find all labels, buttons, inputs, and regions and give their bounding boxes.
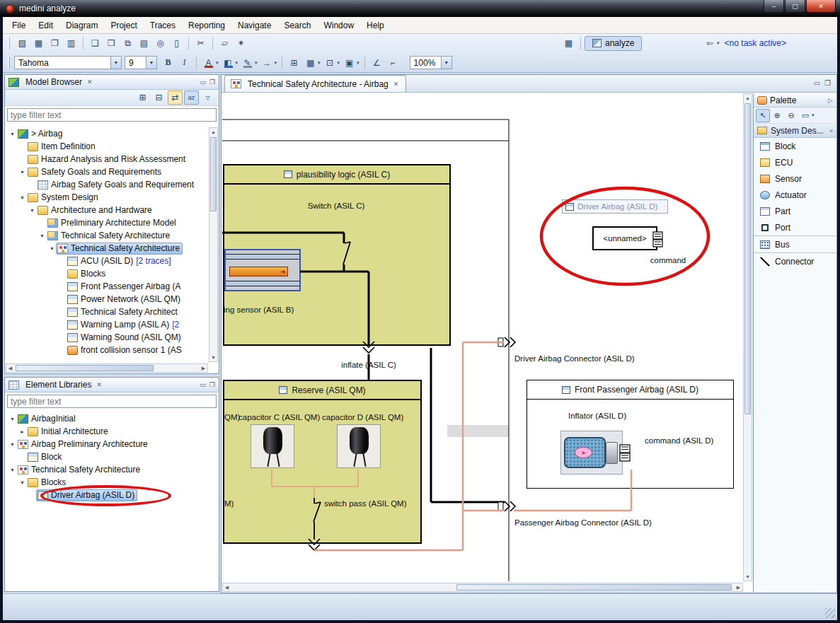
fill-color-dropdown-icon[interactable]: ▾ [236, 60, 238, 66]
palette-item-port[interactable]: Port [754, 219, 836, 235]
el-tree-item-driver-airbag-asil-d[interactable]: Driver Airbag (ASIL D) [6, 489, 217, 501]
collapse-arrow-icon[interactable]: ▾ [8, 416, 16, 422]
palette-item-actuator[interactable]: Actuator [754, 187, 836, 203]
minimize-button[interactable]: – [764, 0, 784, 13]
mb-tree-item-warning-sound-asil-qm[interactable]: Warning Sound (ASIL QM) [6, 331, 208, 344]
maximize-view-icon[interactable]: ❐ [209, 78, 215, 86]
close-view-icon[interactable]: ✕ [86, 78, 94, 86]
menu-file[interactable]: File [6, 18, 32, 33]
menu-diagram[interactable]: Diagram [59, 18, 104, 33]
palette-drawer-system-design[interactable]: System Des... « [754, 124, 836, 138]
expand-all-icon[interactable]: ⊞ [135, 91, 150, 105]
menu-reporting[interactable]: Reporting [182, 18, 231, 33]
connection-oblique-icon[interactable]: ∠ [369, 56, 384, 70]
scroll-right-icon[interactable]: ▶ [735, 583, 742, 591]
model-browser-horizontal-scrollbar[interactable]: ◀ ▶ [6, 363, 208, 373]
model-browser-vertical-scrollbar[interactable]: ▲ ▼ [209, 127, 218, 362]
palette-item-sensor[interactable]: Sensor [754, 170, 836, 187]
close-tab-icon[interactable]: ✕ [392, 81, 401, 88]
crash-sensor-image[interactable]: ➔ [224, 249, 301, 291]
export-report-icon[interactable]: ▥ [64, 36, 79, 50]
maximize-view-icon[interactable]: ❐ [209, 381, 215, 388]
open-perspective-icon[interactable]: ▦ [561, 36, 576, 50]
zoom-in-tool-icon[interactable]: ⊕ [770, 109, 784, 122]
comment-add-icon[interactable]: ❒ [104, 36, 119, 50]
maximize-editor-icon[interactable]: ❐ [824, 79, 831, 87]
scrollbar-thumb[interactable] [456, 584, 732, 590]
add-note-icon[interactable]: ⊞ [287, 56, 301, 70]
menu-edit[interactable]: Edit [32, 18, 59, 33]
editor-horizontal-scrollbar[interactable]: ◀ ▶ [222, 583, 743, 592]
menu-search[interactable]: Search [277, 18, 317, 33]
inflator-image[interactable]: ➤ [560, 431, 623, 474]
palette-item-block[interactable]: Block [754, 138, 836, 154]
back-dropdown-icon[interactable]: ▾ [717, 40, 720, 46]
zoom-out-tool-icon[interactable]: ⊖ [784, 109, 798, 122]
new-diagram-icon[interactable]: ▧ [15, 36, 30, 50]
minimize-view-icon[interactable]: ▭ [200, 381, 206, 388]
pin-drawer-icon[interactable]: « [829, 127, 833, 134]
scroll-down-icon[interactable]: ▼ [744, 573, 752, 581]
mb-tree-item-airbag-safety-goals-and-requirement[interactable]: Airbag Safety Goals and Requirement [6, 178, 208, 191]
sort-alphabetically-icon[interactable]: az [184, 91, 199, 105]
collapse-arrow-icon[interactable]: ▾ [38, 233, 46, 239]
mb-tree-item-item-definition[interactable]: Item Definition [6, 140, 208, 153]
grid-visibility-dropdown-icon[interactable]: ▾ [318, 60, 321, 66]
task-status[interactable]: <no task active> [725, 38, 786, 48]
close-view-icon[interactable]: ✕ [95, 381, 103, 388]
align-dropdown-icon[interactable]: ▾ [357, 60, 359, 66]
font-family-dropdown-icon[interactable]: ▼ [110, 57, 121, 69]
zoom-select[interactable]: 100% ▼ [410, 56, 452, 69]
font-size-select[interactable]: 9 ▼ [125, 56, 157, 69]
menu-traces[interactable]: Traces [144, 18, 182, 33]
view-menu-icon[interactable]: ▽ [200, 91, 215, 105]
line-style-dropdown-icon[interactable]: ▾ [255, 60, 258, 66]
scroll-left-icon[interactable]: ◀ [223, 583, 231, 591]
collapse-arrow-icon[interactable]: ▾ [18, 194, 26, 201]
scroll-up-icon[interactable]: ▲ [744, 94, 752, 102]
diagram-canvas[interactable]: plausibility logic (ASIL C) Reserve (ASI… [222, 93, 742, 581]
maximize-button[interactable]: ▢ [785, 0, 805, 13]
marquee-tool-icon[interactable]: ▭ [798, 109, 812, 122]
line-style-icon[interactable]: ✎ [240, 56, 255, 70]
scrollbar-thumb[interactable] [744, 103, 751, 414]
document-view-icon[interactable]: ▯ [169, 36, 184, 50]
italic-button[interactable]: I [177, 56, 192, 70]
snap-to-grid-icon[interactable]: ⊡ [323, 56, 338, 70]
bold-button[interactable]: B [161, 56, 176, 70]
capacitor-c-image[interactable] [251, 424, 294, 468]
mb-tree-item-airbag[interactable]: ▾> Airbag [6, 127, 208, 140]
marquee-tool-dropdown-icon[interactable]: ▾ [812, 112, 815, 118]
trace-wizard-icon[interactable]: ✶ [234, 36, 248, 50]
attachment-icon[interactable]: ⧉ [120, 36, 135, 50]
mb-tree-item-front-collision-sensor-1-as[interactable]: front collision sensor 1 (AS [6, 344, 208, 356]
select-tool-icon[interactable]: ↖ [756, 109, 770, 122]
minimize-view-icon[interactable]: ▭ [200, 78, 206, 86]
collapse-arrow-icon[interactable]: ▾ [28, 207, 36, 214]
grid-visibility-icon[interactable]: ▦ [303, 56, 318, 70]
mb-tree-item-front-passenger-airbag-a[interactable]: Front Passenger Airbag (A [6, 280, 208, 293]
zoom-dropdown-icon[interactable]: ▼ [441, 57, 451, 69]
scroll-left-icon[interactable]: ◀ [6, 364, 14, 372]
mb-tree-item-technical-safety-architecture[interactable]: ▾Technical Safety Architecture [6, 229, 208, 242]
collapse-arrow-icon[interactable]: ▾ [48, 245, 56, 252]
mb-tree-item-acu-asil-d[interactable]: ACU (ASIL D)[2 traces] [6, 255, 208, 267]
connection-rectilinear-icon[interactable]: ⌐ [386, 56, 401, 70]
element-libraries-filter-input[interactable] [7, 395, 217, 408]
palette-item-connector[interactable]: Connector [754, 253, 836, 269]
collapse-arrow-icon[interactable]: ▾ [18, 169, 26, 175]
scrollbar-thumb[interactable] [210, 137, 217, 211]
menu-window[interactable]: Window [317, 18, 360, 33]
font-size-dropdown-icon[interactable]: ▼ [146, 57, 156, 69]
mb-tree-item-technical-safety-architecture[interactable]: ▾Technical Safety Architecture [6, 242, 208, 255]
scroll-right-icon[interactable]: ▶ [200, 364, 207, 372]
mb-tree-item-blocks[interactable]: Blocks [6, 267, 208, 280]
search-references-icon[interactable]: ◎ [153, 36, 168, 50]
menu-project[interactable]: Project [104, 18, 143, 33]
mb-tree-item-system-design[interactable]: ▾System Design [6, 191, 208, 204]
editor-vertical-scrollbar[interactable]: ▲ ▼ [743, 93, 752, 581]
mb-tree-item-technical-safety-architect[interactable]: Technical Safety Architect [6, 305, 208, 318]
collapse-arrow-icon[interactable]: ▾ [8, 441, 16, 448]
back-navigation-icon[interactable]: ⇦ [702, 36, 717, 50]
editor-tab[interactable]: Technical Safety Architecture - Airbag ✕ [224, 75, 406, 92]
